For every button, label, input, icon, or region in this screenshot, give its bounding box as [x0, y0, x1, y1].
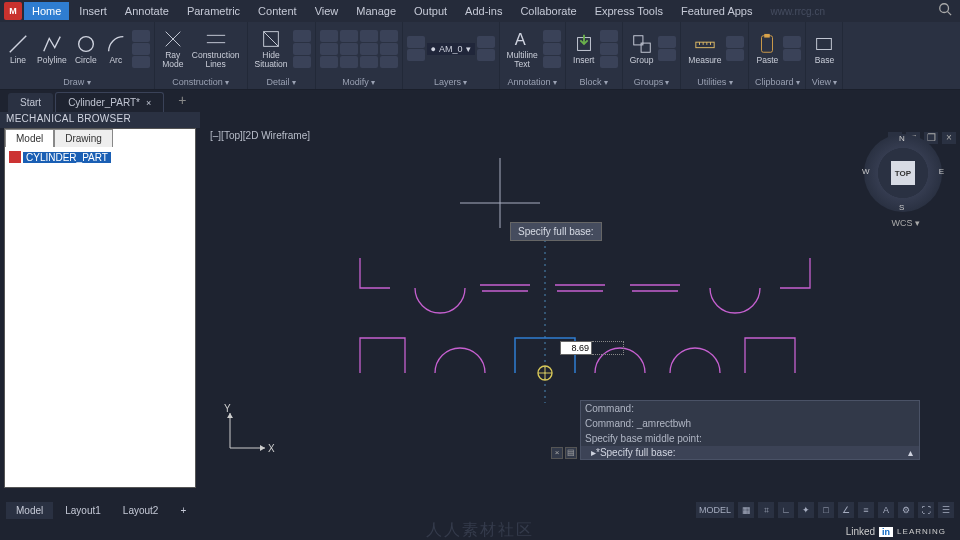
- tool-measure[interactable]: Measure: [685, 31, 724, 67]
- tool-group[interactable]: Group: [627, 31, 657, 67]
- menu-manage[interactable]: Manage: [348, 2, 404, 20]
- detail-mini-1[interactable]: [293, 30, 311, 42]
- b1[interactable]: [600, 30, 618, 42]
- m4[interactable]: [340, 30, 358, 42]
- panel-draw-title[interactable]: Draw: [4, 75, 150, 89]
- m10[interactable]: [380, 30, 398, 42]
- u1[interactable]: [726, 36, 744, 48]
- m9[interactable]: [360, 56, 378, 68]
- tool-polyline[interactable]: Polyline: [34, 31, 70, 67]
- tool-ray-mode[interactable]: Ray Mode: [159, 26, 187, 71]
- menu-view[interactable]: View: [307, 2, 347, 20]
- tool-circle[interactable]: Circle: [72, 31, 100, 67]
- c2[interactable]: [783, 49, 801, 61]
- tool-arc[interactable]: Arc: [102, 31, 130, 67]
- status-tab-layout2[interactable]: Layout2: [113, 502, 169, 519]
- status-lweight-icon[interactable]: ≡: [858, 502, 874, 518]
- panel-block-title[interactable]: Block: [570, 75, 618, 89]
- file-tab-cylinder[interactable]: Cylinder_PART*×: [55, 92, 164, 112]
- panel-construction-title[interactable]: Construction: [159, 75, 243, 89]
- menu-home[interactable]: Home: [24, 2, 69, 20]
- tool-line[interactable]: Line: [4, 31, 32, 67]
- tool-hide-situation[interactable]: Hide Situation: [252, 26, 291, 71]
- panel-detail-title[interactable]: Detail: [252, 75, 311, 89]
- status-gear-icon[interactable]: ⚙: [898, 502, 914, 518]
- status-ortho-icon[interactable]: ∟: [778, 502, 794, 518]
- panel-groups-title[interactable]: Groups: [627, 75, 677, 89]
- file-tab-new[interactable]: +: [166, 88, 198, 112]
- m2[interactable]: [320, 43, 338, 55]
- command-input[interactable]: [591, 447, 904, 458]
- g1[interactable]: [658, 36, 676, 48]
- m6[interactable]: [340, 56, 358, 68]
- cmd-close-icon[interactable]: ×: [551, 447, 563, 459]
- draw-mini-2[interactable]: [132, 43, 150, 55]
- panel-clipboard-title[interactable]: Clipboard: [753, 75, 801, 89]
- dynamic-input-field[interactable]: [560, 341, 592, 355]
- status-snap-icon[interactable]: ⌗: [758, 502, 774, 518]
- a2[interactable]: [543, 43, 561, 55]
- m3[interactable]: [320, 56, 338, 68]
- tool-construction-lines[interactable]: Construction Lines: [189, 26, 243, 71]
- b2[interactable]: [600, 43, 618, 55]
- status-fullscreen-icon[interactable]: ⛶: [918, 502, 934, 518]
- m8[interactable]: [360, 43, 378, 55]
- viewcube-w[interactable]: W: [862, 167, 870, 176]
- m7[interactable]: [360, 30, 378, 42]
- m5[interactable]: [340, 43, 358, 55]
- draw-mini-3[interactable]: [132, 56, 150, 68]
- wcs-dropdown[interactable]: WCS ▾: [892, 218, 921, 228]
- a3[interactable]: [543, 56, 561, 68]
- command-dropdown-icon[interactable]: ▴: [904, 447, 917, 458]
- menu-parametric[interactable]: Parametric: [179, 2, 248, 20]
- status-grid-icon[interactable]: ▦: [738, 502, 754, 518]
- menu-annotate[interactable]: Annotate: [117, 2, 177, 20]
- layer-dropdown[interactable]: ● AM_0 ▾: [427, 43, 475, 55]
- browser-tab-model[interactable]: Model: [5, 129, 54, 147]
- g2[interactable]: [658, 49, 676, 61]
- viewcube-e[interactable]: E: [939, 167, 944, 176]
- m1[interactable]: [320, 30, 338, 42]
- cmd-grip-icon[interactable]: ▤: [565, 447, 577, 459]
- menu-featured[interactable]: Featured Apps: [673, 2, 761, 20]
- panel-view-title[interactable]: View: [810, 75, 838, 89]
- status-model-badge[interactable]: MODEL: [696, 502, 734, 518]
- menu-output[interactable]: Output: [406, 2, 455, 20]
- menu-content[interactable]: Content: [250, 2, 305, 20]
- browser-tab-drawing[interactable]: Drawing: [54, 129, 113, 147]
- detail-mini-2[interactable]: [293, 43, 311, 55]
- l3[interactable]: [477, 36, 495, 48]
- panel-layers-title[interactable]: Layers: [407, 75, 495, 89]
- tree-node-root[interactable]: CYLINDER_PART: [9, 151, 191, 163]
- b3[interactable]: [600, 56, 618, 68]
- viewcube-s[interactable]: S: [899, 203, 904, 212]
- tool-insert[interactable]: Insert: [570, 31, 598, 67]
- l4[interactable]: [477, 49, 495, 61]
- detail-mini-3[interactable]: [293, 56, 311, 68]
- c1[interactable]: [783, 36, 801, 48]
- draw-mini-1[interactable]: [132, 30, 150, 42]
- panel-modify-title[interactable]: Modify: [320, 75, 398, 89]
- viewport[interactable]: [–][Top][2D Wireframe] – □ ❐ ×: [200, 128, 960, 500]
- menu-insert[interactable]: Insert: [71, 2, 115, 20]
- l2[interactable]: [407, 49, 425, 61]
- status-tab-model[interactable]: Model: [6, 502, 53, 519]
- tool-base[interactable]: Base: [810, 31, 838, 67]
- status-polar-icon[interactable]: ✦: [798, 502, 814, 518]
- command-line[interactable]: ▴: [581, 446, 919, 459]
- m11[interactable]: [380, 43, 398, 55]
- l1[interactable]: [407, 36, 425, 48]
- tool-multiline-text[interactable]: AMultiline Text: [504, 26, 541, 71]
- u2[interactable]: [726, 49, 744, 61]
- status-tab-add[interactable]: +: [170, 502, 196, 519]
- status-otrack-icon[interactable]: ∠: [838, 502, 854, 518]
- menu-express[interactable]: Express Tools: [587, 2, 671, 20]
- close-icon[interactable]: ×: [146, 98, 151, 108]
- viewcube-n[interactable]: N: [899, 134, 905, 143]
- panel-utilities-title[interactable]: Utilities: [685, 75, 744, 89]
- tool-paste[interactable]: Paste: [753, 31, 781, 67]
- viewcube-face[interactable]: TOP: [891, 161, 915, 185]
- status-annoscale-icon[interactable]: A: [878, 502, 894, 518]
- menu-collaborate[interactable]: Collaborate: [512, 2, 584, 20]
- status-customize-icon[interactable]: ☰: [938, 502, 954, 518]
